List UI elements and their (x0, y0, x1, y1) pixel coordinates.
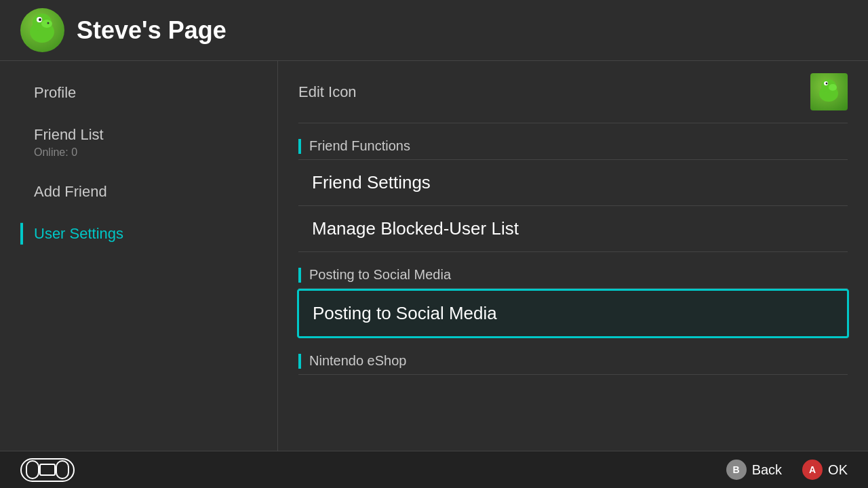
ok-label: OK (828, 462, 848, 478)
sidebar-item-label: Profile (34, 84, 250, 102)
menu-item-friend-settings[interactable]: Friend Settings (298, 160, 848, 206)
content-area: Edit Icon Friend Functions Friend Settin… (278, 61, 868, 451)
svg-point-2 (41, 20, 52, 28)
section-title-social: Posting to Social Media (309, 267, 451, 283)
header: Steve's Page (0, 0, 868, 61)
back-button[interactable]: B Back (726, 460, 782, 480)
section-title: Friend Functions (309, 138, 410, 154)
avatar (20, 8, 64, 52)
b-button-icon: B (726, 460, 747, 480)
svg-point-10 (826, 83, 828, 85)
yoshi-avatar-icon (24, 12, 61, 49)
section-bar-eshop (298, 354, 301, 369)
sidebar-item-add-friend[interactable]: Add Friend (20, 174, 257, 210)
section-bar (298, 139, 301, 154)
icon-thumbnail (810, 73, 848, 110)
ok-button[interactable]: A OK (802, 460, 848, 480)
divider-eshop (298, 374, 848, 375)
sidebar-item-user-settings[interactable]: User Settings (20, 216, 257, 252)
thumbnail-yoshi-icon (814, 77, 844, 107)
sidebar-item-friend-list[interactable]: Friend List Online: 0 (20, 117, 257, 168)
sidebar-item-label: User Settings (34, 225, 250, 243)
sidebar-item-label: Friend List (34, 126, 250, 144)
sidebar-item-sub: Online: 0 (34, 146, 250, 159)
sidebar: Profile Friend List Online: 0 Add Friend… (0, 61, 278, 451)
section-title-eshop: Nintendo eShop (309, 353, 406, 369)
switch-console-icon (20, 458, 75, 482)
back-label: Back (752, 462, 782, 478)
menu-item-posting-social-media[interactable]: Posting to Social Media (297, 289, 849, 338)
a-button-icon: A (802, 460, 823, 480)
section-friend-functions-header: Friend Functions (298, 138, 848, 154)
sidebar-item-label: Add Friend (34, 183, 250, 201)
svg-point-5 (47, 22, 50, 24)
section-eshop-header: Nintendo eShop (298, 353, 848, 369)
footer-right: B Back A OK (726, 460, 848, 480)
section-bar-social (298, 268, 301, 283)
footer: B Back A OK (0, 451, 868, 488)
edit-icon-label: Edit Icon (298, 83, 357, 101)
edit-icon-row[interactable]: Edit Icon (298, 61, 848, 123)
main-layout: Profile Friend List Online: 0 Add Friend… (0, 61, 868, 451)
menu-item-manage-blocked[interactable]: Manage Blocked-User List (298, 206, 848, 252)
screen-icon (39, 464, 56, 476)
svg-point-8 (829, 84, 837, 91)
svg-point-4 (39, 18, 41, 21)
page-title: Steve's Page (77, 16, 226, 45)
section-social-media-header: Posting to Social Media (298, 267, 848, 283)
right-joycon-icon (56, 460, 69, 479)
footer-left (20, 458, 75, 482)
sidebar-item-profile[interactable]: Profile (20, 75, 257, 111)
left-joycon-icon (26, 460, 39, 479)
